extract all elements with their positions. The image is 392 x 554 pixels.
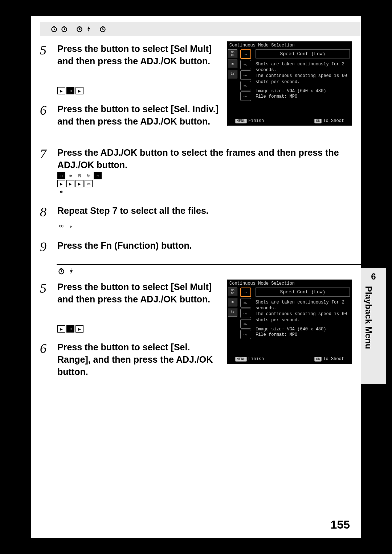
cam-file-format: File format: MPO bbox=[256, 332, 350, 338]
playback-icon: ▶ bbox=[75, 325, 83, 333]
cam-camera-tab: ◙ bbox=[228, 298, 237, 306]
cam-right-panel: Speed Cont (Low) Shots are taken continu… bbox=[256, 288, 350, 338]
cam-title: Continuous Mode Selection bbox=[229, 43, 295, 48]
step-number: 5 bbox=[40, 43, 57, 57]
step-number: 6 bbox=[40, 341, 57, 355]
playback-icon: ▶ bbox=[57, 325, 65, 333]
icon: ☼ bbox=[94, 172, 102, 179]
cam-option-cont4: ▭₊ bbox=[240, 330, 251, 339]
cam-image-size: Image size: VGA (640 x 480) bbox=[256, 89, 350, 94]
icon-row: ∞ 🕩 bbox=[57, 222, 75, 230]
ok-pill: OK bbox=[314, 119, 322, 123]
cam-image-size: Image size: VGA (640 x 480) bbox=[256, 327, 350, 332]
section-b-header bbox=[57, 267, 74, 275]
menu-pill: MENU bbox=[235, 357, 247, 362]
step-6b: 6 Press the button to select [Sel. Range… bbox=[40, 341, 221, 378]
cam-speed-label: Speed Cont (Low) bbox=[256, 288, 350, 297]
cam-file-format: File format: MPO bbox=[256, 94, 350, 99]
section-divider bbox=[57, 264, 361, 265]
chapter-side-tab: 6 Playback Menu bbox=[361, 268, 386, 384]
step-9: 9 Press the Fn (Function) button. bbox=[40, 240, 351, 253]
step-number: 8 bbox=[40, 205, 57, 219]
playback-icon: ▶ bbox=[75, 87, 83, 94]
step-number: 6 bbox=[40, 103, 57, 117]
step-text: Press the Fn (Function) button. bbox=[57, 240, 351, 252]
step-text: Press the button to select [Sel. Indiv.]… bbox=[57, 103, 221, 128]
cam-tools-tab: iY bbox=[228, 70, 237, 78]
icon: 言 bbox=[75, 172, 83, 179]
stack-icon: ▭ bbox=[85, 180, 93, 187]
step-number: 9 bbox=[40, 240, 57, 253]
page-number: 155 bbox=[331, 518, 350, 531]
step-text: Repeat Step 7 to select all the files. bbox=[57, 205, 351, 217]
cam-option-cont: ▭₊ bbox=[240, 298, 251, 307]
step-text: Press the button to select [Sel Mult] an… bbox=[57, 43, 221, 68]
camera-screenshot: Continuous Mode Selection MO DE ◙ iY ▭ ▭… bbox=[227, 41, 352, 126]
cam-finish: MENUFinish bbox=[235, 357, 264, 362]
chapter-number: 6 bbox=[361, 272, 386, 282]
cam-description: Shots are taken continuously for 2 secon… bbox=[256, 61, 350, 85]
icon: ⠶ bbox=[57, 172, 65, 179]
cam-option-cont4: ▭₊ bbox=[240, 91, 251, 101]
cam-camera-tab: ◙ bbox=[228, 60, 237, 68]
multi-icon: ⠶ bbox=[66, 325, 74, 333]
ok-pill: OK bbox=[314, 357, 322, 362]
self-timer-icon bbox=[57, 267, 65, 275]
flash-icon bbox=[68, 267, 74, 275]
step-5: 5 Press the button to select [Sel Mult] … bbox=[40, 43, 221, 68]
cam-left-tabs: MO DE ◙ iY bbox=[228, 288, 239, 317]
cam-speed-label: Speed Cont (Low) bbox=[256, 49, 350, 58]
icon: 🕩 bbox=[67, 223, 75, 230]
icon-strip: ▶ ⠶ ▶ bbox=[57, 325, 83, 333]
self-timer-icon bbox=[75, 25, 83, 33]
menu-pill: MENU bbox=[235, 119, 247, 123]
cam-option-single: ▭ bbox=[240, 49, 251, 59]
cam-option-cont: ▭₊ bbox=[240, 60, 251, 69]
self-timer-icon bbox=[50, 25, 58, 33]
cam-right-panel: Speed Cont (Low) Shots are taken continu… bbox=[256, 49, 350, 99]
icon: 🕫 bbox=[57, 188, 65, 195]
cam-finish: MENUFinish bbox=[235, 118, 264, 123]
camera-screenshot: Continuous Mode Selection MO DE ◙ iY ▭ ▭… bbox=[227, 280, 352, 364]
cam-bottom-bar: MENUFinish OKTo Shoot bbox=[227, 118, 352, 123]
playback-icon: ▶ bbox=[66, 180, 74, 187]
cam-option-cont2: ▭₊ bbox=[240, 70, 251, 80]
step-7: 7 Press the ADJ./OK button to select the… bbox=[40, 147, 352, 171]
step-number: 5 bbox=[40, 281, 57, 295]
cam-bottom-bar: MENUFinish OKTo Shoot bbox=[227, 357, 352, 362]
playback-icon: ▶ bbox=[57, 87, 65, 94]
cam-mode-tab: MO DE bbox=[228, 288, 237, 296]
self-timer-icon bbox=[60, 25, 68, 33]
cam-left-tabs: MO DE ◙ iY bbox=[228, 49, 239, 78]
step-6: 6 Press the button to select [Sel. Indiv… bbox=[40, 103, 221, 128]
section-header-bar bbox=[40, 22, 361, 36]
step-text: Press the button to select [Sel Mult] an… bbox=[57, 281, 221, 306]
cam-mode-tab: MO DE bbox=[228, 49, 237, 58]
cam-option-cont2: ▭₊ bbox=[240, 309, 251, 318]
cam-option-column: ▭ ▭₊ ▭₊ ▭₊ ▭₊ bbox=[240, 288, 253, 339]
self-timer-icon bbox=[99, 25, 107, 33]
cam-option-column: ▭ ▭₊ ▭₊ ▭₊ ▭₊ bbox=[240, 49, 253, 101]
cam-title: Continuous Mode Selection bbox=[229, 281, 295, 286]
cam-toshoot: OKTo Shoot bbox=[314, 118, 344, 123]
playback-icon: ▶ bbox=[57, 180, 65, 187]
cam-option-cont3: ▭₊ bbox=[240, 81, 251, 90]
step-5b: 5 Press the button to select [Sel Mult] … bbox=[40, 281, 221, 306]
icon-strip: ▶ ⠶ ▶ bbox=[57, 87, 83, 94]
step-8: 8 Repeat Step 7 to select all the files. bbox=[40, 205, 351, 219]
step-number: 7 bbox=[40, 147, 57, 160]
step-text: Press the ADJ./OK button to select the f… bbox=[57, 147, 351, 171]
playback-icon: ▶ bbox=[75, 180, 83, 187]
cam-option-single: ▭ bbox=[240, 288, 251, 297]
infinity-icon: ∞ bbox=[57, 222, 65, 229]
icon: 🕪 bbox=[66, 172, 74, 179]
step-text: Press the button to select [Sel. Range],… bbox=[57, 341, 221, 378]
cam-description: Shots are taken continuously for 2 secon… bbox=[256, 300, 350, 323]
icon: 語 bbox=[85, 172, 93, 179]
cam-tools-tab: iY bbox=[228, 308, 237, 317]
chapter-label: Playback Menu bbox=[363, 286, 373, 349]
flash-icon bbox=[86, 25, 91, 33]
cam-toshoot: OKTo Shoot bbox=[314, 357, 344, 362]
multi-icon: ⠶ bbox=[66, 87, 74, 94]
icon-grid: ⠶ 🕪 言 語 ☼ ▶ ▶ ▶ ▭ 🕫 bbox=[57, 172, 102, 195]
